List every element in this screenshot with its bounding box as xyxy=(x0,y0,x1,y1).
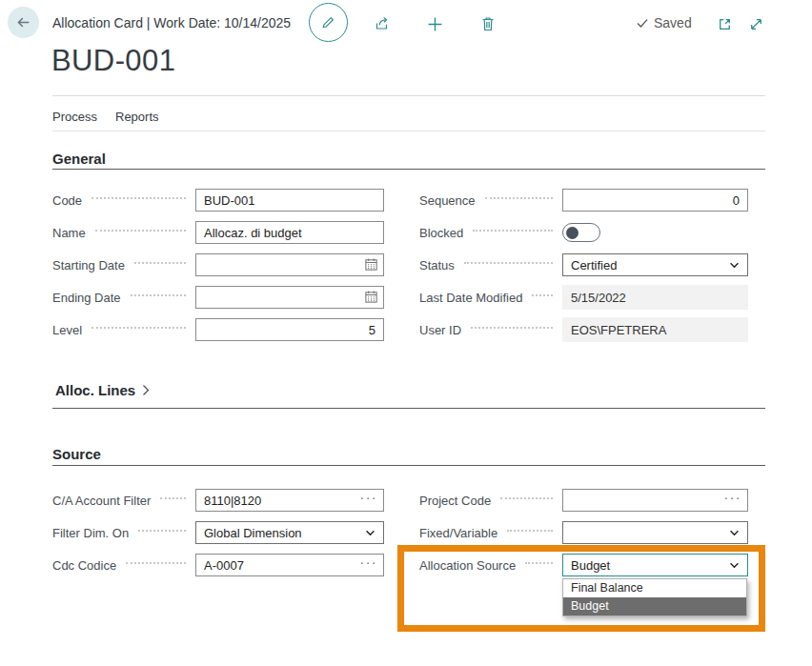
calendar-icon[interactable] xyxy=(364,257,378,272)
ca-account-filter-label: C/A Account Filter xyxy=(52,494,151,508)
source-left-column: C/A Account Filter ··· Filter Dim. On Gl… xyxy=(52,484,384,581)
dotted-leader xyxy=(126,562,186,564)
dotted-leader xyxy=(471,327,553,329)
filter-dim-on-select[interactable]: Global Dimension xyxy=(195,521,384,544)
edit-button[interactable] xyxy=(309,3,348,42)
ellipsis-icon[interactable]: ··· xyxy=(724,490,742,505)
cdc-codice-input[interactable] xyxy=(195,554,384,576)
section-heading-alloc-lines[interactable]: Alloc. Lines xyxy=(55,382,150,398)
allocation-source-select[interactable]: Budget xyxy=(562,554,748,576)
add-button[interactable] xyxy=(425,14,444,33)
back-button[interactable] xyxy=(8,7,39,38)
edit-pencil-icon xyxy=(319,13,337,31)
dropdown-option-final-balance[interactable]: Final Balance xyxy=(563,579,746,597)
menu-reports[interactable]: Reports xyxy=(115,110,159,124)
project-code-label: Project Code xyxy=(419,494,491,508)
general-right-column: Sequence Blocked Status Certified xyxy=(419,184,748,346)
code-label: Code xyxy=(52,193,82,208)
field-row-fixed-variable: Fixed/Variable xyxy=(419,516,748,549)
save-status: Saved xyxy=(636,15,692,30)
starting-date-label: Starting Date xyxy=(52,258,125,272)
field-row-user-id: User ID EOS\FPETRERA xyxy=(419,313,748,346)
name-label: Name xyxy=(52,226,86,240)
dotted-leader xyxy=(91,327,186,329)
menu-process[interactable]: Process xyxy=(52,110,97,124)
alloc-lines-label: Alloc. Lines xyxy=(55,382,135,398)
user-id-value: EOS\FPETRERA xyxy=(562,317,748,342)
status-label: Status xyxy=(419,258,455,272)
project-code-input[interactable] xyxy=(562,489,748,512)
field-row-starting-date: Starting Date xyxy=(52,249,384,281)
chevron-down-icon xyxy=(729,262,740,269)
field-row-blocked: Blocked xyxy=(419,216,748,249)
popout-icon xyxy=(717,16,733,32)
dotted-leader xyxy=(131,294,186,296)
popout-button[interactable] xyxy=(715,14,734,33)
calendar-icon[interactable] xyxy=(364,290,378,304)
saved-check-icon xyxy=(636,16,649,30)
toggle-knob xyxy=(566,227,579,239)
level-input[interactable] xyxy=(195,318,384,341)
fixed-variable-select[interactable] xyxy=(562,521,748,544)
add-icon xyxy=(427,16,443,32)
dotted-leader xyxy=(91,197,186,199)
general-left-column: Code Name Starting Date Ending Date xyxy=(52,184,384,346)
expand-button[interactable] xyxy=(746,14,765,33)
field-row-name: Name xyxy=(52,216,384,249)
name-input[interactable] xyxy=(195,221,384,244)
field-row-code: Code xyxy=(52,184,384,216)
blocked-label: Blocked xyxy=(419,226,463,240)
field-row-ending-date: Ending Date xyxy=(52,281,384,313)
share-button[interactable] xyxy=(372,14,391,33)
expand-icon xyxy=(748,16,764,32)
section-heading-general[interactable]: General xyxy=(52,151,106,167)
starting-date-input[interactable] xyxy=(195,253,384,276)
ca-account-filter-input[interactable] xyxy=(195,489,384,512)
status-select[interactable]: Certified xyxy=(562,253,748,276)
source-right-column: Project Code ··· Fixed/Variable Allocati… xyxy=(419,484,748,581)
dotted-leader xyxy=(507,530,553,532)
field-row-last-date-modified: Last Date Modified 5/15/2022 xyxy=(419,281,748,313)
section-heading-source[interactable]: Source xyxy=(52,446,101,462)
ending-date-input[interactable] xyxy=(195,286,384,309)
field-row-sequence: Sequence xyxy=(419,184,748,216)
allocation-source-value: Budget xyxy=(571,558,610,573)
last-date-modified-label: Last Date Modified xyxy=(419,291,522,305)
ellipsis-icon[interactable]: ··· xyxy=(360,555,378,570)
delete-icon xyxy=(480,15,496,32)
page-title: BUD-001 xyxy=(51,44,175,78)
breadcrumb[interactable]: Allocation Card | Work Date: 10/14/2025 xyxy=(52,15,291,30)
back-icon xyxy=(15,14,31,30)
ellipsis-icon[interactable]: ··· xyxy=(360,490,378,505)
sequence-input[interactable] xyxy=(562,189,748,212)
filter-dim-on-label: Filter Dim. On xyxy=(52,526,129,540)
dotted-leader xyxy=(138,530,186,532)
dotted-leader xyxy=(525,562,553,564)
dotted-leader xyxy=(95,230,186,232)
general-fields: Code Name Starting Date Ending Date xyxy=(52,184,765,346)
cdc-codice-label: Cdc Codice xyxy=(52,558,116,573)
allocation-source-label: Allocation Source xyxy=(419,558,516,573)
dotted-leader xyxy=(485,197,553,199)
dotted-leader xyxy=(473,230,553,232)
chevron-right-icon xyxy=(142,384,150,396)
chevron-down-icon xyxy=(729,530,740,536)
section-underline xyxy=(52,169,765,170)
section-underline xyxy=(52,465,765,466)
fixed-variable-label: Fixed/Variable xyxy=(419,526,497,540)
field-row-allocation-source: Allocation Source Budget xyxy=(419,549,748,581)
blocked-toggle[interactable] xyxy=(562,223,600,242)
field-row-project-code: Project Code ··· xyxy=(419,484,748,516)
field-row-ca-account-filter: C/A Account Filter ··· xyxy=(52,484,384,516)
field-row-filter-dim-on: Filter Dim. On Global Dimension xyxy=(52,516,384,549)
divider xyxy=(52,95,765,96)
dotted-leader xyxy=(464,262,553,264)
allocation-source-dropdown: Final Balance Budget xyxy=(562,578,747,616)
field-row-cdc-codice: Cdc Codice ··· xyxy=(52,549,384,581)
code-input[interactable] xyxy=(195,189,384,212)
dropdown-option-budget[interactable]: Budget xyxy=(563,597,746,616)
sequence-label: Sequence xyxy=(419,193,476,208)
delete-button[interactable] xyxy=(478,14,497,33)
dotted-leader xyxy=(532,294,553,296)
filter-dim-on-value: Global Dimension xyxy=(204,526,302,540)
